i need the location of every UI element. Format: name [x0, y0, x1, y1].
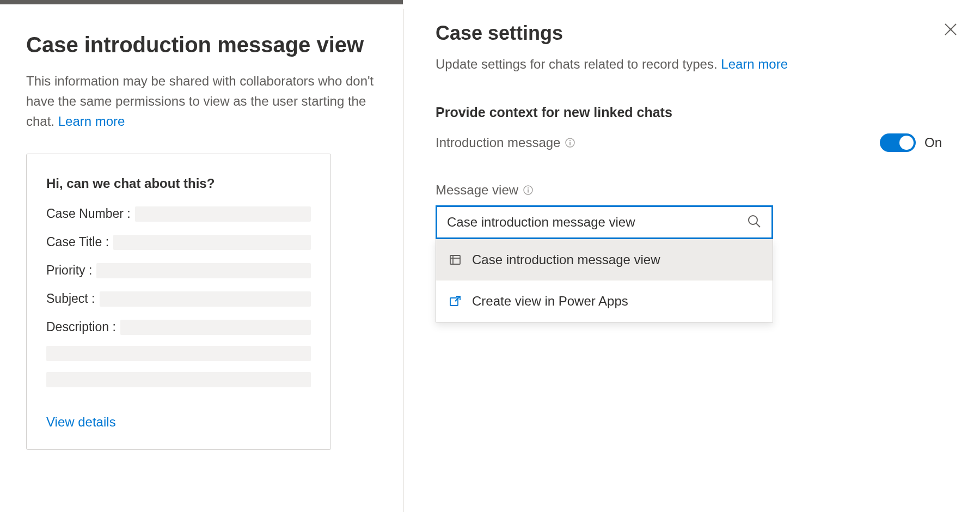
section-heading: Provide context for new linked chats	[436, 105, 942, 120]
intro-message-label: Introduction message	[436, 135, 575, 150]
svg-point-3	[569, 140, 571, 141]
svg-point-8	[749, 216, 757, 224]
search-icon[interactable]	[746, 214, 762, 231]
svg-point-6	[528, 187, 529, 188]
preview-panel: Case introduction message view This info…	[0, 0, 403, 512]
settings-panel: Case settings Update settings for chats …	[403, 0, 980, 512]
info-icon[interactable]	[565, 137, 575, 148]
svg-line-9	[756, 223, 760, 227]
message-view-input-wrap[interactable]	[436, 205, 773, 239]
field-description: Description :	[46, 320, 311, 335]
settings-subtitle-text: Update settings for chats related to rec…	[436, 57, 721, 71]
intro-message-toggle[interactable]	[880, 133, 916, 152]
message-view-label: Message view	[436, 182, 942, 198]
field-value-placeholder	[120, 320, 311, 335]
dropdown-item-case-view[interactable]: Case introduction message view	[436, 239, 773, 281]
settings-subtitle: Update settings for chats related to rec…	[436, 54, 942, 74]
open-external-icon	[448, 294, 462, 308]
field-label: Subject :	[46, 291, 95, 306]
toggle-knob	[899, 136, 914, 150]
info-icon[interactable]	[523, 185, 534, 196]
dropdown-item-label: Case introduction message view	[472, 252, 660, 267]
field-value-placeholder	[113, 235, 311, 250]
description-extra-lines	[46, 346, 311, 387]
svg-rect-4	[570, 142, 571, 145]
close-button[interactable]	[940, 19, 961, 40]
toggle-state-text: On	[924, 135, 942, 150]
svg-rect-7	[528, 190, 529, 193]
field-value-placeholder	[46, 372, 311, 387]
field-label: Case Number :	[46, 206, 131, 221]
preview-description: This information may be shared with coll…	[26, 71, 375, 132]
settings-learn-more-link[interactable]: Learn more	[721, 57, 788, 71]
close-icon	[944, 22, 958, 36]
settings-title: Case settings	[436, 22, 942, 45]
preview-card: Hi, can we chat about this? Case Number …	[26, 154, 331, 450]
field-label: Case Title :	[46, 235, 109, 249]
message-view-combo: Case introduction message view Create vi…	[436, 205, 773, 322]
preview-learn-more-link[interactable]: Learn more	[58, 114, 125, 129]
svg-rect-10	[450, 255, 460, 264]
field-case-number: Case Number :	[46, 206, 311, 222]
dropdown-item-create-view[interactable]: Create view in Power Apps	[436, 281, 773, 322]
view-details-link[interactable]: View details	[46, 415, 116, 430]
message-view-input[interactable]	[447, 215, 746, 230]
field-label: Priority :	[46, 263, 92, 278]
message-view-label-text: Message view	[436, 182, 518, 198]
intro-message-label-text: Introduction message	[436, 135, 560, 150]
field-priority: Priority :	[46, 263, 311, 278]
chat-lead-text: Hi, can we chat about this?	[46, 176, 311, 191]
field-subject: Subject :	[46, 291, 311, 307]
field-value-placeholder	[135, 206, 311, 222]
field-case-title: Case Title :	[46, 235, 311, 250]
field-value-placeholder	[96, 263, 311, 278]
intro-message-toggle-row: Introduction message On	[436, 133, 942, 152]
preview-title: Case introduction message view	[26, 32, 376, 58]
field-value-placeholder	[100, 291, 311, 307]
message-view-dropdown: Case introduction message view Create vi…	[436, 239, 773, 322]
dropdown-item-label: Create view in Power Apps	[472, 294, 628, 309]
field-value-placeholder	[46, 346, 311, 361]
view-icon	[448, 253, 462, 267]
intro-message-toggle-wrap: On	[880, 133, 942, 152]
field-label: Description :	[46, 320, 116, 334]
